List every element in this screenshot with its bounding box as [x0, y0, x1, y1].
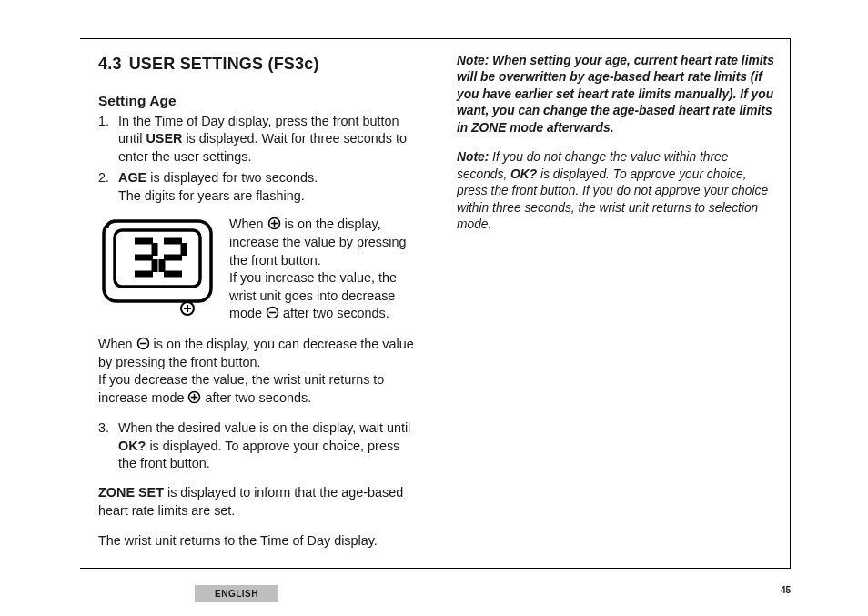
return-text: The wrist unit returns to the Time of Da…: [98, 532, 419, 550]
page-content: 4.3USER SETTINGS (FS3c) Setting Age In t…: [98, 53, 777, 556]
device-row: When is on the display, increase the val…: [98, 216, 419, 323]
minus-icon: [136, 337, 150, 350]
zone-set-text: ZONE SET is displayed to inform that the…: [98, 484, 419, 520]
plus-icon: [187, 390, 201, 404]
note-2: Note: If you do not change the value wit…: [457, 149, 777, 233]
steps-list-2: When the desired value is on the display…: [98, 419, 419, 473]
page-footer: ENGLISH 45: [80, 569, 791, 616]
steps-list-1: In the Time of Day display, press the fr…: [98, 113, 419, 206]
plus-icon: [267, 217, 281, 230]
minus-text: When is on the display, you can decrease…: [98, 336, 419, 407]
plus-text: When is on the display, increase the val…: [229, 216, 419, 322]
minus-icon: [266, 306, 279, 319]
page-number: 45: [781, 585, 791, 595]
step-3: When the desired value is on the display…: [98, 419, 419, 473]
step-2: AGE is displayed for two seconds. The di…: [98, 169, 419, 205]
section-number: 4.3: [98, 55, 122, 73]
section-title: USER SETTINGS (FS3c): [129, 55, 319, 73]
subsection-title: Setting Age: [98, 91, 419, 110]
section-heading: 4.3USER SETTINGS (FS3c): [98, 53, 419, 75]
device-illustration: [98, 216, 217, 323]
svg-rect-1: [115, 230, 200, 287]
note-1: Note: When setting your age, current hea…: [457, 53, 777, 136]
step-1: In the Time of Day display, press the fr…: [98, 113, 419, 167]
language-tab: ENGLISH: [195, 585, 278, 602]
